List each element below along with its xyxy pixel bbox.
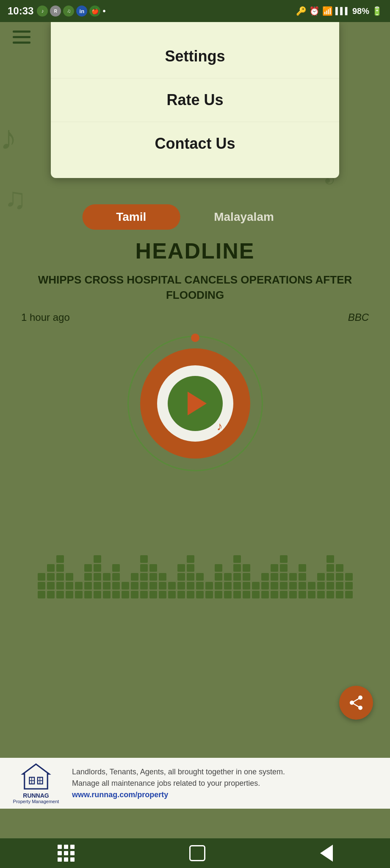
eq-block bbox=[299, 591, 306, 598]
eq-column bbox=[289, 573, 297, 598]
alarm-icon: ⏰ bbox=[309, 6, 320, 16]
eq-block bbox=[140, 582, 148, 590]
eq-block bbox=[196, 582, 204, 590]
ad-tagline: Landlords, Tenants, Agents, all brought … bbox=[72, 768, 285, 787]
eq-block bbox=[66, 591, 73, 598]
eq-block bbox=[159, 582, 166, 590]
eq-block bbox=[215, 582, 222, 590]
headline-time: 1 hour ago bbox=[21, 312, 70, 323]
eq-column bbox=[103, 573, 111, 598]
eq-block bbox=[122, 591, 129, 598]
fruit-icon: 🍎 bbox=[89, 6, 100, 17]
home-button[interactable] bbox=[177, 841, 218, 865]
eq-block bbox=[112, 573, 120, 581]
eq-block bbox=[66, 582, 73, 590]
eq-column bbox=[177, 564, 185, 598]
share-icon bbox=[348, 694, 365, 711]
menu-item-contact-us[interactable]: Contact Us bbox=[51, 122, 339, 165]
eq-block bbox=[224, 573, 232, 581]
player-outer-ring: ♪ bbox=[127, 336, 263, 471]
eq-block bbox=[103, 582, 111, 590]
eq-block bbox=[94, 582, 101, 590]
house-icon bbox=[17, 762, 55, 792]
recent-apps-button[interactable] bbox=[45, 840, 87, 866]
eq-block bbox=[149, 582, 157, 590]
eq-block bbox=[308, 591, 315, 598]
eq-block bbox=[336, 591, 343, 598]
eq-block bbox=[177, 582, 185, 590]
eq-block bbox=[280, 564, 288, 572]
key-icon: 🔑 bbox=[296, 6, 307, 16]
eq-block bbox=[112, 582, 120, 590]
eq-block bbox=[233, 564, 241, 572]
back-button[interactable] bbox=[307, 840, 346, 866]
eq-block bbox=[103, 591, 111, 598]
equalizer bbox=[0, 514, 390, 598]
eq-block bbox=[177, 564, 185, 572]
hamburger-menu[interactable] bbox=[13, 31, 30, 44]
eq-column bbox=[336, 564, 343, 598]
eq-block bbox=[122, 582, 129, 590]
eq-block bbox=[280, 573, 288, 581]
eq-block bbox=[140, 591, 148, 598]
eq-block bbox=[75, 582, 83, 590]
status-bar: 10:33 ♪ R ♫ in 🍎 • 🔑 ⏰ 📶 ▌▌▌ 98% 🔋 bbox=[0, 0, 390, 22]
eq-block bbox=[280, 582, 288, 590]
eq-block bbox=[84, 573, 92, 581]
eq-block bbox=[84, 582, 92, 590]
eq-block bbox=[233, 591, 241, 598]
eq-block bbox=[149, 591, 157, 598]
tab-malayalam[interactable]: Malayalam bbox=[180, 204, 308, 230]
music-player: ♪ bbox=[127, 336, 263, 471]
eq-column bbox=[233, 555, 241, 598]
eq-block bbox=[177, 573, 185, 581]
eq-block bbox=[215, 573, 222, 581]
ad-company-name: RUNNAG bbox=[23, 792, 49, 799]
eq-column bbox=[149, 564, 157, 598]
tab-tamil[interactable]: Tamil bbox=[82, 204, 180, 230]
back-icon bbox=[320, 845, 333, 862]
ad-logo: RUNNAG Property Management bbox=[8, 762, 64, 804]
menu-item-settings[interactable]: Settings bbox=[51, 35, 339, 78]
headline-source: BBC bbox=[348, 312, 369, 323]
eq-block bbox=[317, 591, 325, 598]
player-inner: ♪ bbox=[157, 365, 233, 442]
play-button[interactable] bbox=[168, 376, 223, 431]
eq-block bbox=[56, 573, 64, 581]
eq-block bbox=[243, 573, 250, 581]
eq-block bbox=[66, 573, 73, 581]
eq-block bbox=[271, 582, 278, 590]
hamburger-line-3 bbox=[13, 42, 30, 44]
linkedin-icon: in bbox=[76, 6, 87, 17]
eq-block bbox=[205, 591, 213, 598]
eq-block bbox=[326, 582, 334, 590]
eq-column bbox=[345, 573, 353, 598]
eq-column bbox=[280, 555, 288, 598]
eq-column bbox=[94, 555, 101, 598]
eq-column bbox=[47, 564, 55, 598]
eq-block bbox=[243, 564, 250, 572]
music2-icon: ♫ bbox=[63, 6, 74, 17]
eq-column bbox=[75, 582, 83, 598]
eq-block bbox=[271, 564, 278, 572]
headline-news: WHIPPS CROSS HOSPITAL CANCELS OPERATIONS… bbox=[17, 272, 373, 303]
music-app-icon: ♪ bbox=[37, 6, 48, 17]
ad-url[interactable]: www.runnag.com/property bbox=[72, 790, 168, 799]
eq-block bbox=[140, 555, 148, 563]
eq-block bbox=[159, 591, 166, 598]
eq-block bbox=[326, 564, 334, 572]
status-left: 10:33 ♪ R ♫ in 🍎 • bbox=[8, 5, 105, 17]
eq-block bbox=[168, 582, 176, 590]
menu-item-rate-us[interactable]: Rate Us bbox=[51, 78, 339, 122]
eq-column bbox=[122, 582, 129, 598]
eq-block bbox=[280, 591, 288, 598]
eq-block bbox=[243, 591, 250, 598]
eq-block bbox=[271, 573, 278, 581]
eq-block bbox=[233, 573, 241, 581]
eq-block bbox=[187, 564, 194, 572]
music-note-icon: ♪ bbox=[217, 420, 223, 433]
eq-block bbox=[317, 573, 325, 581]
eq-block bbox=[47, 573, 55, 581]
eq-block bbox=[252, 582, 260, 590]
share-button[interactable] bbox=[339, 686, 373, 720]
